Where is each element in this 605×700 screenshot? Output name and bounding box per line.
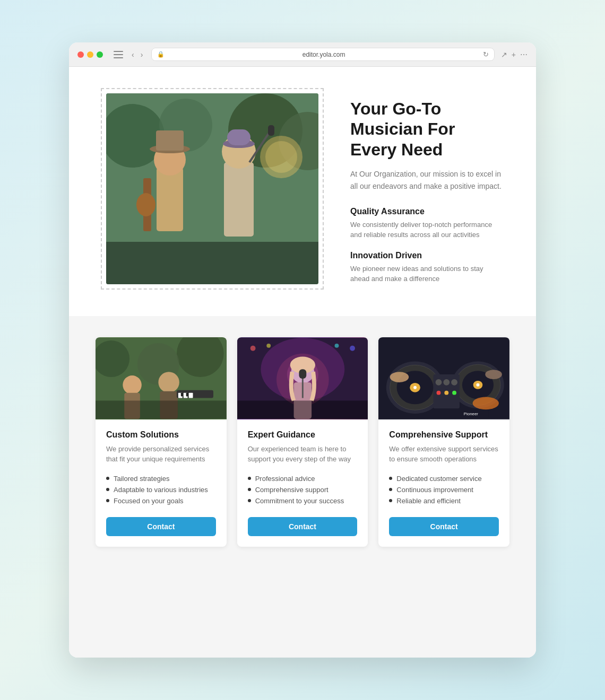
back-button[interactable]: ‹ <box>129 49 136 60</box>
bullet-text: Professional advice <box>255 475 315 483</box>
card-image-2 <box>237 337 368 419</box>
bullet-text: Focused on your goals <box>114 497 184 505</box>
feature-innovation-desc: We pioneer new ideas and solutions to st… <box>350 264 504 284</box>
feature-innovation-title: Innovation Driven <box>350 251 504 260</box>
bullet-text: Reliable and efficient <box>396 497 460 505</box>
svg-point-63 <box>451 379 457 386</box>
svg-point-6 <box>265 141 297 173</box>
feature-innovation: Innovation Driven We pioneer new ideas a… <box>350 251 504 284</box>
maximize-button[interactable] <box>97 51 103 58</box>
address-bar[interactable]: 🔒 editor.yola.com ↻ <box>151 48 494 61</box>
hero-image-container <box>101 88 324 290</box>
bullet-text: Dedicated customer service <box>396 475 481 483</box>
svg-point-59 <box>477 383 480 387</box>
svg-rect-48 <box>237 400 368 419</box>
page-content: Your Go-To Musician For Every Need At Ou… <box>69 67 536 658</box>
svg-point-26 <box>158 372 179 392</box>
card-title-3: Comprehensive Support <box>389 430 499 440</box>
svg-rect-33 <box>186 393 188 397</box>
svg-point-64 <box>437 391 441 395</box>
cards-section: Custom Solutions We provide personalized… <box>69 316 536 568</box>
forward-button[interactable]: › <box>139 49 145 60</box>
bullet-icon <box>248 488 251 491</box>
contact-button-3[interactable]: Contact <box>389 517 499 536</box>
card-title-2: Expert Guidance <box>248 430 358 440</box>
bullet-icon <box>106 499 109 502</box>
card-custom-solutions: Custom Solutions We provide personalized… <box>96 337 227 547</box>
svg-text:Pioneer: Pioneer <box>464 412 479 416</box>
url-text: editor.yola.com <box>168 51 479 58</box>
card-body-2: Expert Guidance Our experienced team is … <box>237 419 368 547</box>
bullet-icon <box>248 499 251 502</box>
svg-point-61 <box>436 379 442 386</box>
svg-point-12 <box>136 193 155 216</box>
list-item: Comprehensive support <box>248 484 358 495</box>
bullet-icon <box>248 477 251 480</box>
new-tab-button[interactable]: + <box>512 50 516 59</box>
contact-button-2[interactable]: Contact <box>248 517 358 536</box>
feature-quality-desc: We consistently deliver top-notch perfor… <box>350 220 504 240</box>
bullet-text: Adaptable to various industries <box>114 486 208 494</box>
bullet-icon <box>389 499 392 502</box>
bullet-icon <box>106 477 109 480</box>
list-item: Adaptable to various industries <box>106 484 216 495</box>
reload-button[interactable]: ↻ <box>483 50 489 58</box>
list-item: Professional advice <box>248 473 358 484</box>
svg-rect-10 <box>156 130 184 151</box>
cards-grid: Custom Solutions We provide personalized… <box>96 337 509 547</box>
card-list-1: Tailored strategies Adaptable to various… <box>106 473 216 506</box>
lock-icon: 🔒 <box>157 51 165 58</box>
svg-rect-18 <box>268 125 274 136</box>
feature-quality: Quality Assurance We consistently delive… <box>350 207 504 240</box>
traffic-lights <box>77 51 103 58</box>
hero-subtitle: At Our Organization, our mission is to e… <box>350 168 504 192</box>
svg-point-47 <box>334 344 339 348</box>
browser-chrome: ‹ › 🔒 editor.yola.com ↻ ↗ + ⋯ <box>69 42 536 67</box>
svg-point-67 <box>390 372 409 382</box>
svg-point-24 <box>123 375 142 395</box>
list-item: Tailored strategies <box>106 473 216 484</box>
contact-button-1[interactable]: Contact <box>106 517 216 536</box>
card-body-1: Custom Solutions We provide personalized… <box>96 419 227 547</box>
svg-point-68 <box>486 370 503 379</box>
share-button[interactable]: ↗ <box>501 50 507 59</box>
hero-title: Your Go-To Musician For Every Need <box>350 99 504 160</box>
card-desc-2: Our experienced team is here to support … <box>248 444 358 465</box>
card-desc-3: We offer extensive support services to e… <box>389 444 499 465</box>
hero-image <box>106 93 318 284</box>
hero-section: Your Go-To Musician For Every Need At Ou… <box>69 67 536 316</box>
hero-musicians-svg <box>106 93 318 284</box>
dashed-border <box>101 88 324 290</box>
singer-svg <box>237 337 368 419</box>
card-body-3: Comprehensive Support We offer extensive… <box>378 419 509 547</box>
bullet-icon <box>106 488 109 491</box>
svg-point-65 <box>445 391 449 395</box>
list-item: Dedicated customer service <box>389 473 499 484</box>
minimize-button[interactable] <box>87 51 93 58</box>
hero-text: Your Go-To Musician For Every Need At Ou… <box>350 88 504 295</box>
bullet-icon <box>389 477 392 480</box>
band-svg <box>96 337 227 419</box>
svg-rect-19 <box>106 242 318 284</box>
svg-rect-31 <box>189 393 193 398</box>
svg-rect-32 <box>181 393 183 397</box>
card-comprehensive-support: Pioneer Comprehensive Support We offer e… <box>378 337 509 547</box>
svg-rect-7 <box>157 168 183 231</box>
card-image-3: Pioneer <box>378 337 509 419</box>
close-button[interactable] <box>77 51 84 58</box>
card-image-1 <box>96 337 227 419</box>
bullet-icon <box>389 488 392 491</box>
svg-rect-43 <box>299 369 306 379</box>
menu-button[interactable]: ⋯ <box>520 50 528 59</box>
nav-buttons: ‹ › <box>129 49 145 60</box>
svg-point-44 <box>250 346 255 351</box>
bullet-text: Commitment to your success <box>255 497 344 505</box>
sidebar-toggle-icon[interactable] <box>114 51 123 58</box>
list-item: Continuous improvement <box>389 484 499 495</box>
svg-point-66 <box>452 391 456 395</box>
bullet-text: Comprehensive support <box>255 486 329 494</box>
bullet-text: Tailored strategies <box>114 475 170 483</box>
svg-rect-34 <box>96 400 227 419</box>
bullet-text: Continuous improvement <box>396 486 473 494</box>
list-item: Commitment to your success <box>248 495 358 506</box>
